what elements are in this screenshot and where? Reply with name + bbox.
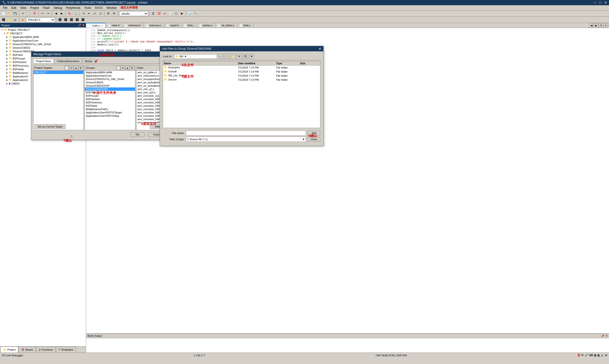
tab-templates[interactable]: T Templates <box>56 347 76 352</box>
tb2-btn3[interactable]: 🗂 <box>13 17 18 23</box>
tb2-btn4[interactable]: ▶ <box>20 17 26 23</box>
menu-project-mgmt[interactable]: 项目文件管理 <box>119 5 140 10</box>
group-item-bsp-iled[interactable]: BSP/iled <box>85 91 135 94</box>
maximize-btn[interactable]: □ <box>599 1 601 5</box>
menu-tools[interactable]: Tools <box>83 6 93 10</box>
tab-sd-diskio-c[interactable]: 📄 sd_diskio.c <box>215 23 237 28</box>
tab-project[interactable]: 📁 Project <box>0 347 18 352</box>
manage-tab-project-items[interactable]: Project Items <box>33 59 54 63</box>
manage-tab-books[interactable]: Books <box>83 59 95 63</box>
addfiles-dialog-titlebar[interactable]: Add Files to Group 'Drivers/CMSIS/NN' ✕ <box>160 46 323 51</box>
view-btn[interactable]: 📊 <box>187 11 193 16</box>
tab-isdram-c[interactable]: 📄 isdram.c <box>196 23 215 28</box>
group-item-bsp-imemory[interactable]: BSP/imemory <box>85 101 135 104</box>
target-btn2[interactable]: 🎯 <box>156 11 162 16</box>
tree-drivers-cmsis[interactable]: ▶ 📁 Drivers/CMSIS <box>0 46 85 50</box>
tab-main-h[interactable]: 📄 main.h <box>105 23 122 28</box>
af-filename-input[interactable] <box>186 130 306 136</box>
panel-pin-btn[interactable]: 📌 <box>78 24 81 27</box>
af-view-dropdown[interactable]: ▼ <box>249 54 254 59</box>
uncomment-btn[interactable]: // <box>98 11 103 16</box>
af-back-btn[interactable]: ← <box>218 54 223 59</box>
group-item-app-fatfs-app[interactable]: Application/User/FATFS/App <box>85 114 135 117</box>
tb2-build1[interactable]: ⬛ <box>63 17 68 23</box>
tab-imemory-h[interactable]: 📄 imemory.h <box>122 23 143 28</box>
nav-back-btn[interactable]: ◀ <box>53 11 59 16</box>
tab-main-c[interactable]: 📄 main.c ✕ <box>86 23 105 28</box>
project-target-selector[interactable]: PROJECT <box>26 17 55 22</box>
debug1-btn[interactable]: ⬡ <box>174 11 179 16</box>
group-item-middlewares[interactable]: Middlewares/FatFs <box>85 107 135 111</box>
unindent-btn[interactable]: ⇤ <box>86 11 92 16</box>
undo-btn[interactable]: ↩ <box>40 11 45 16</box>
group-item-drivers-cmsis-dsp[interactable]: Drivers/CMSIS/DSP <box>85 84 135 87</box>
file-row-nn-lib-tests[interactable]: 📁NN_Lib_Tests 7/1/2024 7:14 PM File fold… <box>163 74 320 78</box>
target-selector[interactable]: sdcallo <box>119 11 148 16</box>
tab-iusart-h[interactable]: 📄 iusart.h <box>164 23 181 28</box>
bookmark-btn[interactable]: 🔖 <box>67 11 72 16</box>
targets-up-btn[interactable]: ▲ <box>74 66 78 70</box>
groups-down-btn[interactable]: ▼ <box>130 66 134 70</box>
menu-file[interactable]: File <box>1 6 9 10</box>
copy-btn[interactable]: 📋 <box>26 11 31 16</box>
tree-drivers-hal[interactable]: ▶ 📁 Drivers/STM32H7xx_HAL_Driver <box>0 42 85 46</box>
tb2-misc[interactable]: ⬛ <box>80 17 86 23</box>
group-item-bsp-isdram[interactable]: BSP/isdram <box>85 97 135 101</box>
group-item-app-fatfs-target[interactable]: Application/User/FATFS/Target <box>85 111 135 114</box>
af-up-btn[interactable]: ↑ <box>224 54 230 59</box>
tab-books[interactable]: 📚 Books <box>19 347 36 352</box>
open-btn[interactable]: 📂 <box>7 11 12 16</box>
tree-project-root[interactable]: ▼ 📁 Project: PROJECT <box>0 28 85 32</box>
tb2-btn1[interactable]: ⬛ <box>1 17 6 23</box>
addfiles-dialog-close[interactable]: ✕ <box>318 47 321 51</box>
minimize-btn[interactable]: ─ <box>594 1 596 5</box>
stop-btn[interactable]: ⬜ <box>168 11 173 16</box>
group-item-bsp-idisk[interactable]: BSP/idisk <box>85 104 135 107</box>
close-btn[interactable]: ✕ <box>604 1 607 5</box>
af-add-btn[interactable]: Add <box>307 131 320 135</box>
menu-svcs[interactable]: SVCS <box>93 6 105 10</box>
tb2-build3[interactable]: ⬛ <box>75 17 80 23</box>
run-btn[interactable]: ● <box>162 11 167 16</box>
tab-menu-btn[interactable]: ▼ <box>599 23 603 27</box>
settings-btn[interactable]: 🔧 <box>193 11 198 16</box>
tree-app-user[interactable]: ▶ 📁 Application/User/Core <box>0 39 85 42</box>
tree-project[interactable]: ▼ 📂 PROJECT <box>0 32 85 35</box>
tab-functions[interactable]: () Functions <box>36 347 55 352</box>
targets-add-btn[interactable]: 📄 <box>65 66 69 70</box>
debug2-btn[interactable]: ▶ <box>179 11 185 16</box>
find-btn[interactable]: 🔍 <box>73 11 78 16</box>
menu-window[interactable]: Window <box>105 6 119 10</box>
nav-fwd-btn[interactable]: ▶ <box>59 11 64 16</box>
group-item-drivers-hal[interactable]: Drivers/STM32H7xx_HAL_Driver <box>85 77 135 81</box>
group-item-drivers-cmsis[interactable]: Drivers/CMSIS <box>85 81 135 84</box>
groups-add-btn[interactable]: 📄 <box>116 66 121 70</box>
comment-btn[interactable]: // <box>92 11 97 16</box>
file-row-examples[interactable]: 📁Examples 7/1/2024 7:14 PM File folder <box>163 65 320 69</box>
build-close-btn[interactable]: ✕ <box>605 334 608 338</box>
group-item-drivers-cmsis-nn[interactable]: Drivers/CMSIS/NN <box>85 87 135 91</box>
group-item-app-user[interactable]: Application/User/Core <box>85 74 135 77</box>
build-pin-btn[interactable]: 📌 <box>601 334 604 338</box>
af-close-btn[interactable]: Close <box>307 137 320 142</box>
targets-del-btn[interactable]: ✕ <box>69 66 73 70</box>
tab-scroll-left[interactable]: ◀ <box>589 23 594 27</box>
targets-down-btn[interactable]: ▼ <box>78 66 83 70</box>
menu-debug[interactable]: Debug <box>52 6 64 10</box>
menu-flash[interactable]: Flash <box>41 6 52 10</box>
tab-close-icon[interactable]: ✕ <box>101 24 103 27</box>
redo-btn[interactable]: ↪ <box>45 11 51 16</box>
tree-app-mdk[interactable]: ▶ 📁 Application/MDK-ARM <box>0 35 85 39</box>
cut-btn[interactable]: ✂ <box>20 11 26 16</box>
tb2-build2[interactable]: ⬛ <box>69 17 74 23</box>
paste-btn[interactable]: 📌 <box>32 11 37 16</box>
menu-peripherals[interactable]: Peripherals <box>64 6 83 10</box>
set-current-target-btn[interactable]: Set as Current Target <box>34 124 66 129</box>
af-view-btn[interactable]: ☰ <box>243 54 248 59</box>
groups-up-btn[interactable]: ▲ <box>125 66 130 70</box>
new-btn[interactable]: 📄 <box>1 11 6 16</box>
tb2-stop[interactable]: ⬛ <box>57 17 63 23</box>
target-item-project[interactable]: PROJECT <box>33 71 83 74</box>
groups-del-btn[interactable]: ✕ <box>121 66 125 70</box>
af-filetype-combo[interactable]: C Source file (*.c) ▼ <box>186 137 306 142</box>
